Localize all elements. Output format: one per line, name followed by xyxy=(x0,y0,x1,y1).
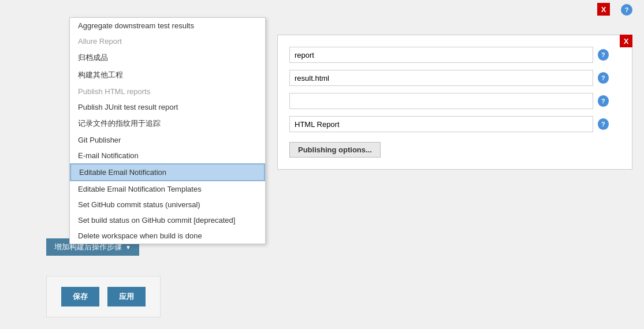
report-index-input[interactable] xyxy=(289,70,593,86)
dropdown-item-publish-junit[interactable]: Publish JUnit test result report xyxy=(70,99,265,115)
dropdown-item-github-build-status[interactable]: Set build status on GitHub commit [depre… xyxy=(70,212,265,228)
top-right-area: X ? xyxy=(597,3,632,16)
form-row-4: ? xyxy=(289,116,609,132)
dropdown-item-editable-email-templates[interactable]: Editable Email Notification Templates xyxy=(70,181,265,197)
dropdown-item-archive[interactable]: 归档成品 xyxy=(70,49,265,66)
row4-help-icon[interactable]: ? xyxy=(598,118,609,130)
report-title-input[interactable] xyxy=(289,116,593,132)
form-row-2: ? xyxy=(289,70,609,86)
top-close-button[interactable]: X xyxy=(597,3,610,16)
report-extra-input[interactable] xyxy=(289,93,593,109)
dropdown-item-git-publisher[interactable]: Git Publisher xyxy=(70,132,265,148)
form-row-1: ? xyxy=(289,47,609,63)
report-directory-input[interactable] xyxy=(289,47,593,63)
dropdown-arrow-icon: ▼ xyxy=(125,244,131,251)
publishing-options-button[interactable]: Publishing options... xyxy=(289,142,381,158)
row1-help-icon[interactable]: ? xyxy=(598,49,609,61)
dropdown-item-github-status[interactable]: Set GitHub commit status (universal) xyxy=(70,197,265,212)
form-row-3: ? xyxy=(289,93,609,109)
row2-help-icon[interactable]: ? xyxy=(598,72,609,84)
dropdown-item-email[interactable]: E-mail Notification xyxy=(70,148,265,163)
main-content: X ? Aggregate downstream test results Al… xyxy=(0,0,644,329)
save-apply-panel: 保存 应用 xyxy=(46,276,161,317)
form-area: X ? ? ? ? Publishing options... xyxy=(277,35,632,170)
dropdown-item-allure: Allure Report xyxy=(70,33,265,49)
dropdown-item-editable-email[interactable]: Editable Email Notification xyxy=(70,163,265,181)
dropdown-item-fingerprint[interactable]: 记录文件的指纹用于追踪 xyxy=(70,115,265,132)
row3-help-icon[interactable]: ? xyxy=(598,95,609,107)
dropdown-menu: Aggregate downstream test results Allure… xyxy=(69,17,266,244)
dropdown-item-build-other[interactable]: 构建其他工程 xyxy=(70,66,265,84)
bottom-area: 增加构建后操作步骤 ▼ 保存 应用 xyxy=(46,238,161,317)
top-help-icon[interactable]: ? xyxy=(621,4,632,16)
form-close-button[interactable]: X xyxy=(620,35,632,47)
dropdown-item-publish-html: Publish HTML reports xyxy=(70,84,265,99)
publishing-options-row: Publishing options... xyxy=(289,139,609,158)
dropdown-item-aggregate[interactable]: Aggregate downstream test results xyxy=(70,18,265,33)
save-button[interactable]: 保存 xyxy=(61,287,99,306)
dropdown-item-delete-workspace[interactable]: Delete workspace when build is done xyxy=(70,228,265,244)
apply-button[interactable]: 应用 xyxy=(107,287,146,306)
